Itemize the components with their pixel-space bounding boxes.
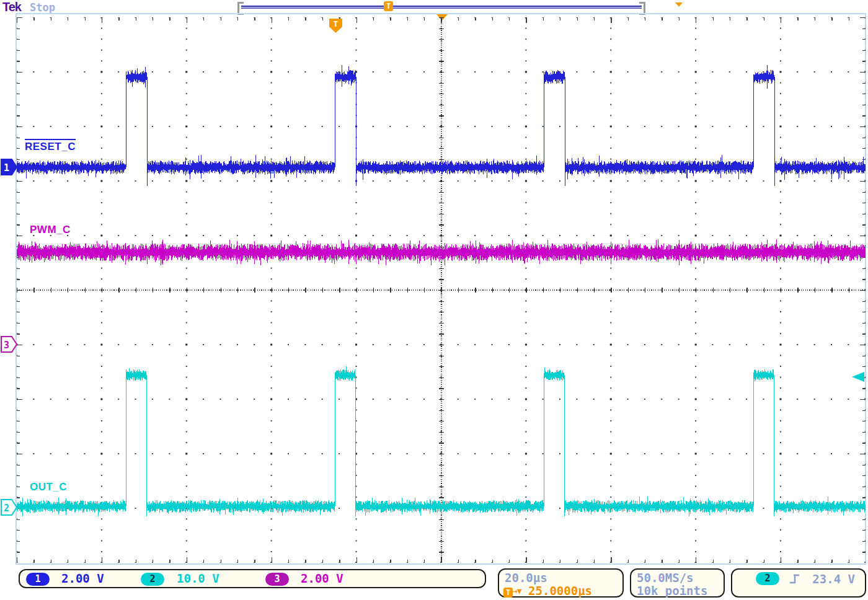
- record-length-readout: 10k points: [637, 584, 707, 598]
- ch3-reference-marker[interactable]: 3: [1, 336, 17, 353]
- ch1-badge[interactable]: 1: [26, 573, 50, 586]
- trigger-flag-label: T: [334, 19, 339, 29]
- acquisition-status: Stop: [30, 1, 55, 14]
- rising-edge-icon: [789, 572, 802, 586]
- trigger-level-arrow-icon[interactable]: [852, 372, 864, 382]
- timebase-box[interactable]: 20.0µs T→▼ 25.0000µs: [498, 568, 624, 598]
- trigger-readout-box[interactable]: 2 23.4 V: [731, 568, 866, 598]
- trace-label-pwm_c: PWM_C: [30, 224, 71, 236]
- record-view-bar[interactable]: T: [237, 2, 645, 13]
- trigger-source-badge[interactable]: 2: [756, 572, 779, 585]
- trace-reset_c: [17, 65, 865, 186]
- sample-rate-readout: 50.0MS/s: [637, 571, 694, 585]
- record-view-line: [241, 6, 642, 9]
- svg-text:2: 2: [4, 503, 9, 514]
- waveform-traces: [17, 17, 866, 563]
- ch1-reference-marker[interactable]: 1: [1, 159, 17, 175]
- waveform-plot-area: [17, 17, 866, 563]
- trigger-level-readout: 23.4 V: [812, 572, 855, 586]
- cursor-triangle-icon: ▼: [517, 586, 521, 596]
- svg-text:1: 1: [4, 162, 9, 174]
- trace-pwm_c: [17, 239, 865, 265]
- timebase-scale-readout: 20.0µs: [505, 571, 547, 585]
- ch2-scale-readout: 10.0 V: [177, 571, 219, 585]
- ch3-badge[interactable]: 3: [265, 573, 289, 586]
- record-view-trigger-badge: T: [384, 1, 393, 11]
- ch3-scale-readout: 2.00 V: [301, 571, 343, 585]
- channel-scales-box[interactable]: 1 2.00 V 2 10.0 V 3 2.00 V: [19, 569, 486, 588]
- ch2-reference-marker[interactable]: 2: [1, 499, 17, 516]
- oscilloscope-screen: Tek Stop T T 1: [0, 0, 868, 600]
- trace-out_c: [17, 366, 865, 516]
- ch1-scale-readout: 2.00 V: [61, 571, 104, 585]
- trigger-delay-readout: T→▼ 25.0000µs: [503, 584, 592, 598]
- ch2-badge[interactable]: 2: [141, 573, 164, 586]
- tek-logo: Tek: [2, 0, 21, 14]
- acquisition-box[interactable]: 50.0MS/s 10k points: [630, 568, 725, 598]
- record-view-position-triangle-icon: [675, 2, 683, 7]
- trigger-t-badge-icon: T: [503, 588, 513, 598]
- trace-label-reset_c: RESET_C: [25, 139, 76, 153]
- trigger-delay-value: 25.0000µs: [528, 584, 592, 598]
- arrow-icon: →: [513, 586, 517, 596]
- trace-label-out_c: OUT_C: [30, 481, 67, 493]
- svg-text:3: 3: [4, 340, 9, 351]
